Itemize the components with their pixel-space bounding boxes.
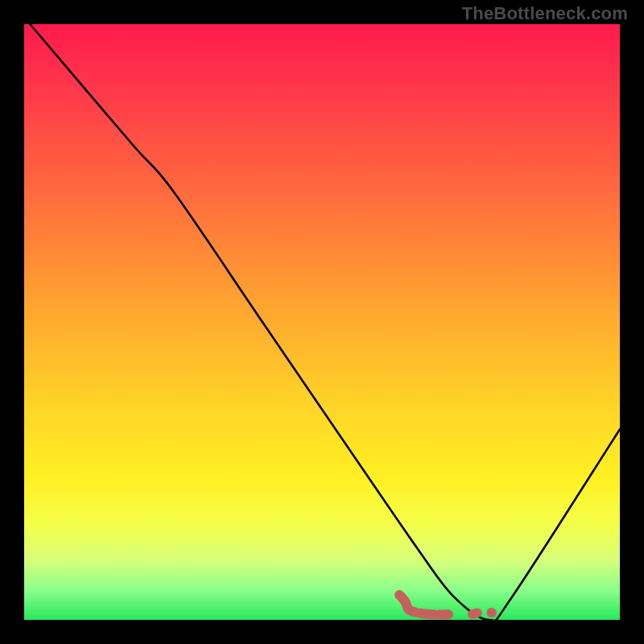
bottleneck-curve [30,24,620,621]
plot-area [24,24,620,620]
watermark-text: TheBottleneck.com [462,3,628,24]
chart-svg [24,24,620,620]
chart-frame: TheBottleneck.com [0,0,644,644]
optimal-zone-marker [399,595,492,615]
